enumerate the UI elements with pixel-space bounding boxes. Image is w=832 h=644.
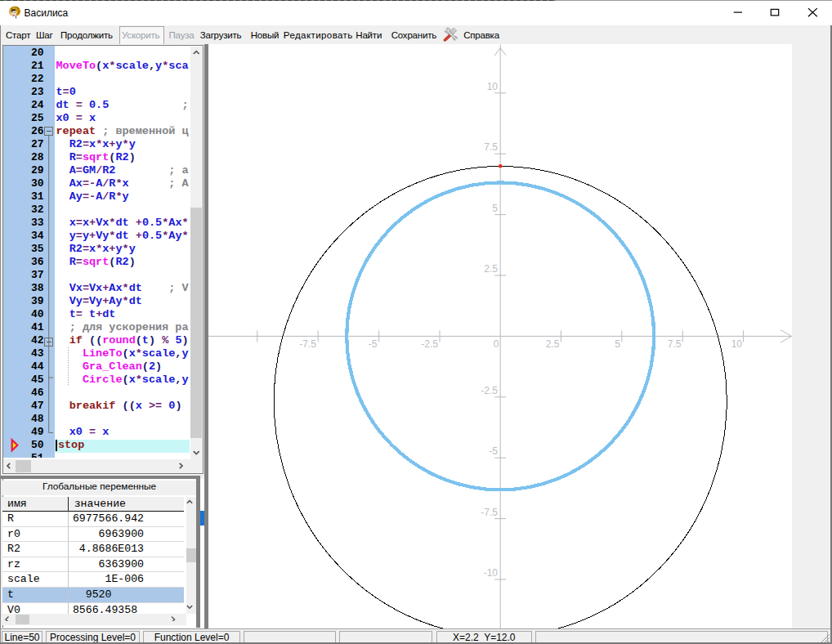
svg-text:0: 0 xyxy=(494,338,499,350)
svg-text:7.5: 7.5 xyxy=(484,141,498,153)
svg-text:10: 10 xyxy=(731,338,743,350)
svg-text:5: 5 xyxy=(615,338,620,350)
svg-text:-2.5: -2.5 xyxy=(481,385,498,396)
svg-text:7.5: 7.5 xyxy=(668,338,682,350)
svg-text:-5: -5 xyxy=(369,338,378,350)
svg-text:-10: -10 xyxy=(484,567,499,579)
svg-text:10: 10 xyxy=(487,81,499,92)
svg-text:-2.5: -2.5 xyxy=(421,338,438,350)
svg-text:2.5: 2.5 xyxy=(484,263,498,275)
svg-text:-7.5: -7.5 xyxy=(299,338,316,350)
svg-text:5: 5 xyxy=(492,203,498,214)
svg-text:2.5: 2.5 xyxy=(546,338,560,350)
svg-text:-5: -5 xyxy=(489,445,498,457)
svg-text:-7.5: -7.5 xyxy=(481,507,498,518)
